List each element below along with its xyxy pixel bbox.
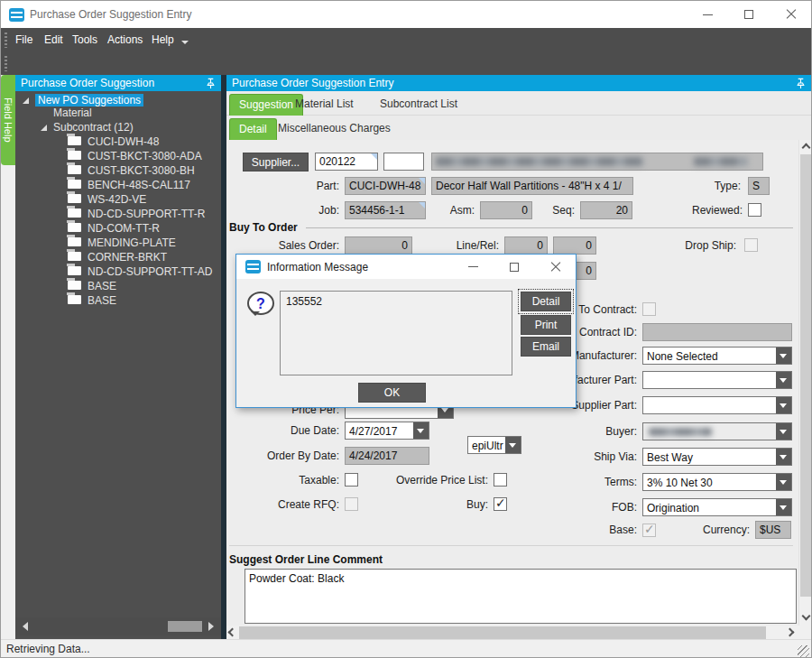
tab-material-list[interactable]: Material List — [286, 94, 363, 116]
supplier-button[interactable]: Supplier... — [243, 153, 309, 171]
email-button[interactable]: Email — [521, 337, 571, 357]
main-vertical-scrollbar[interactable] — [798, 140, 812, 626]
job-label: Job: — [249, 201, 339, 219]
menu-file[interactable]: File — [15, 33, 32, 46]
manufacturer-combo[interactable]: None Selected — [642, 347, 792, 365]
order-line-comment-textarea[interactable]: Powder Coat: Black — [245, 569, 797, 624]
minimize-button[interactable] — [692, 1, 723, 28]
create-rfq-checkbox — [345, 497, 358, 511]
dialog-close-button[interactable] — [538, 255, 574, 279]
tree-item[interactable]: BASE — [15, 279, 221, 293]
line-field: 0 — [504, 236, 548, 255]
menu-overflow-icon[interactable] — [181, 41, 189, 44]
tree-item[interactable]: ND-CD-SUPPORT-TT-AD — [15, 264, 221, 279]
toolbar-grip[interactable] — [5, 56, 7, 71]
dialog-minimize-button[interactable] — [455, 255, 491, 279]
tree-node-new-po-suggestions[interactable]: New PO Suggestions — [15, 91, 221, 106]
dropdown-icon[interactable] — [776, 474, 791, 490]
dialog-maximize-button[interactable] — [496, 255, 532, 279]
document-icon — [68, 194, 81, 203]
contract-id-field — [642, 323, 792, 341]
tree-item[interactable]: BASE — [15, 293, 221, 308]
maximize-button[interactable] — [734, 1, 764, 28]
tree-item[interactable]: WS-42D-VE — [15, 192, 221, 207]
tree-node-material[interactable]: Material — [15, 106, 221, 120]
due-date-combo[interactable]: 4/27/2017 — [345, 422, 429, 440]
dropdown-icon[interactable] — [776, 449, 791, 465]
print-button[interactable]: Print — [521, 315, 571, 335]
document-icon — [68, 165, 81, 174]
reviewed-checkbox[interactable] — [748, 203, 761, 217]
dropdown-icon[interactable] — [413, 422, 429, 439]
menu-tools[interactable]: Tools — [72, 33, 97, 46]
tree-scrollbar-thumb[interactable] — [168, 621, 202, 632]
tab-subcontract-list[interactable]: Subcontract List — [371, 94, 466, 116]
taxable-checkbox[interactable] — [345, 473, 358, 487]
dropdown-icon[interactable] — [776, 372, 791, 388]
supplier-suffix-field[interactable] — [383, 153, 424, 171]
tree-item[interactable]: CORNER-BRKT — [15, 250, 221, 264]
pin-icon[interactable] — [796, 78, 806, 89]
tree-item-label: BASE — [88, 294, 116, 307]
scroll-down-icon[interactable] — [802, 612, 811, 621]
menu-help[interactable]: Help — [152, 33, 174, 46]
scroll-left-icon[interactable] — [23, 622, 28, 631]
detail-button[interactable]: Detail — [521, 292, 571, 311]
ship-via-label: Ship Via: — [506, 448, 637, 466]
pin-icon[interactable] — [206, 78, 216, 89]
tree-horizontal-scrollbar[interactable] — [15, 617, 221, 635]
buyer-label: Buyer: — [506, 422, 637, 440]
document-icon — [68, 136, 81, 145]
order-by-date-label: Order By Date: — [231, 447, 339, 465]
expander-icon[interactable] — [23, 97, 29, 104]
tree-item[interactable]: CUST-BKCT-3080-ADA — [15, 149, 221, 163]
scroll-up-icon[interactable] — [802, 144, 811, 153]
fob-combo[interactable]: Origination — [642, 498, 792, 516]
main-horizontal-scrollbar[interactable] — [226, 626, 798, 640]
tree-node-label: New PO Suggestions — [35, 94, 143, 107]
dropdown-icon[interactable] — [776, 499, 791, 515]
ship-via-combo[interactable]: Best Way — [642, 448, 792, 466]
horizontal-scrollbar-thumb[interactable] — [239, 626, 766, 639]
scroll-left-icon[interactable] — [228, 628, 237, 637]
main-panel-header: Purchase Order Suggestion Entry — [226, 75, 812, 91]
dropdown-icon[interactable] — [776, 397, 791, 413]
menu-edit[interactable]: Edit — [44, 33, 63, 46]
document-icon — [68, 180, 81, 189]
tab-miscellaneous-charges[interactable]: Miscellaneous Charges — [269, 118, 400, 140]
scroll-right-icon[interactable] — [786, 628, 795, 637]
terms-combo[interactable]: 3% 10 Net 30 — [642, 473, 792, 491]
ok-button[interactable]: OK — [358, 383, 426, 403]
dropdown-icon[interactable] — [776, 423, 791, 440]
buy-checkbox[interactable] — [494, 497, 507, 511]
document-icon — [68, 281, 81, 290]
supplier-part-combo[interactable] — [642, 396, 792, 414]
rel-field: 0 — [553, 236, 596, 255]
main-tab-bar: Suggestion Material List Subcontract Lis… — [226, 91, 812, 116]
expander-icon[interactable] — [41, 125, 47, 131]
override-price-list-checkbox[interactable] — [494, 473, 507, 487]
menu-grip[interactable] — [5, 32, 7, 48]
tree-node-subcontract[interactable]: Subcontract (12) — [15, 120, 221, 134]
resize-grip[interactable] — [798, 645, 809, 657]
tree-item[interactable]: CUCI-DWH-48 — [15, 134, 221, 149]
tree-item[interactable]: ND-CD-SUPPORT-TT-R — [15, 207, 221, 221]
supplier-id-field[interactable]: 020122 — [315, 153, 378, 171]
tree-item[interactable]: BENCH-48S-CAL117 — [15, 178, 221, 192]
tree-item[interactable]: MENDING-PLATE — [15, 236, 221, 250]
asm-label: Asm: — [429, 201, 475, 219]
seq-label: Seq: — [539, 201, 575, 219]
field-help-tab[interactable]: Field Help — [1, 75, 15, 165]
tree-item[interactable]: CUST-BKCT-3080-BH — [15, 163, 221, 178]
close-button[interactable] — [776, 1, 807, 28]
drop-ship-checkbox — [744, 238, 758, 252]
tree-item[interactable]: ND-COM-TT-R — [15, 221, 221, 236]
part-field: CUCI-DWH-48 — [345, 177, 426, 195]
menu-actions[interactable]: Actions — [107, 33, 143, 46]
maximize-icon — [744, 10, 753, 19]
vertical-scrollbar-thumb[interactable] — [800, 154, 812, 597]
manufacturer-part-combo[interactable] — [642, 371, 792, 389]
taxable-label: Taxable: — [249, 471, 339, 489]
dropdown-icon[interactable] — [776, 348, 791, 364]
scroll-right-icon[interactable] — [208, 622, 214, 631]
